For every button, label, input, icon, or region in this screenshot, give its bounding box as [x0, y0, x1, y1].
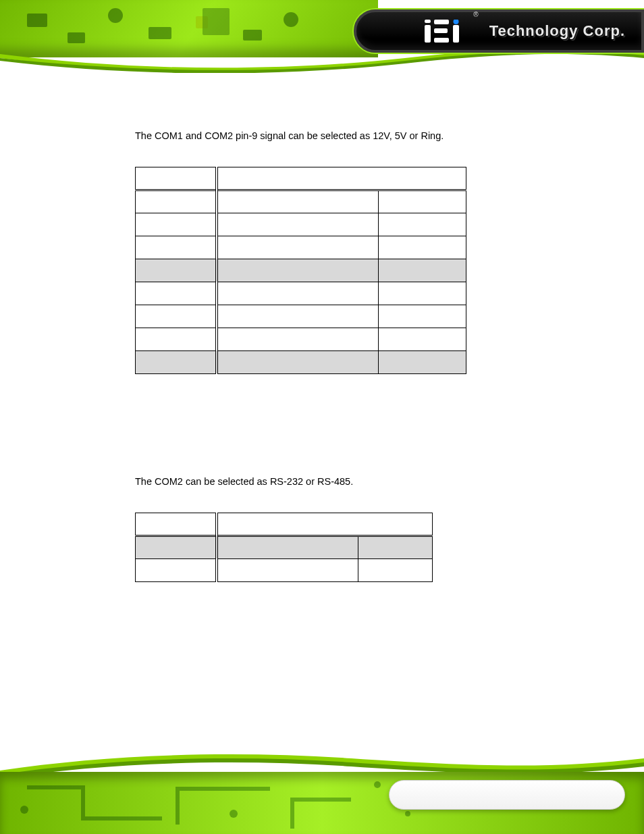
bottom-banner: [0, 746, 644, 834]
banner-left-art: [0, 0, 378, 57]
t1-r4-c0: [136, 282, 217, 305]
com-pin9-table: [135, 167, 466, 374]
t2-header-c2: [217, 513, 433, 536]
t1-r2-c2: [379, 236, 466, 259]
t1-r1-c1: [217, 213, 379, 236]
t2-r1-c0: [136, 558, 217, 581]
bottom-bar-art: [0, 772, 644, 834]
svg-rect-5: [453, 25, 459, 43]
t2-r0-c1: [217, 536, 358, 558]
t1-r0-c1: [217, 190, 379, 213]
t1-r4-c2: [379, 282, 466, 305]
brand-logo-icon: [425, 20, 464, 43]
t1-r5-c1: [217, 305, 379, 328]
t1-r2-c1: [217, 236, 379, 259]
t1-header-c2: [217, 167, 466, 190]
brand-text: Technology Corp.: [489, 22, 625, 40]
t1-r5-c0: [136, 305, 217, 328]
t1-r2-c0: [136, 236, 217, 259]
com2-mode-table: [135, 513, 433, 582]
t1-r1-c0: [136, 213, 217, 236]
t2-r0-c2: [358, 536, 433, 558]
t1-r4-c1: [217, 282, 379, 305]
t1-r6-c0: [136, 328, 217, 350]
t1-r0-c2: [379, 190, 466, 213]
t1-r3-c2: [379, 259, 466, 282]
section2-intro: The COM2 can be selected as RS-232 or RS…: [135, 475, 513, 488]
page-number-pill: [389, 780, 625, 810]
svg-rect-2: [434, 20, 449, 24]
t1-r7-c0: [136, 350, 217, 373]
t1-r5-c2: [379, 305, 466, 328]
t2-header-c1: [136, 513, 217, 536]
t1-r6-c2: [379, 328, 466, 350]
svg-rect-0: [425, 25, 431, 43]
t1-r1-c2: [379, 213, 466, 236]
t1-r3-c1: [217, 259, 379, 282]
t2-r1-c2: [358, 558, 433, 581]
t1-r0-c0: [136, 190, 217, 213]
svg-point-6: [454, 20, 459, 24]
registered-mark: ®: [473, 11, 478, 18]
t1-r3-c0: [136, 259, 217, 282]
t1-r7-c1: [217, 350, 379, 373]
t2-r0-c0: [136, 536, 217, 558]
t1-header-c1: [136, 167, 217, 190]
t1-r7-c2: [379, 350, 466, 373]
section1-intro: The COM1 and COM2 pin-9 signal can be se…: [135, 130, 513, 142]
svg-rect-4: [434, 38, 449, 43]
top-banner: ® Technology Corp.: [0, 0, 644, 68]
svg-rect-3: [434, 28, 448, 33]
t1-r6-c1: [217, 328, 379, 350]
t2-r1-c1: [217, 558, 358, 581]
svg-rect-1: [425, 20, 431, 23]
brand-bar: ® Technology Corp.: [354, 9, 644, 53]
page-content: The COM1 and COM2 pin-9 signal can be se…: [135, 130, 513, 582]
